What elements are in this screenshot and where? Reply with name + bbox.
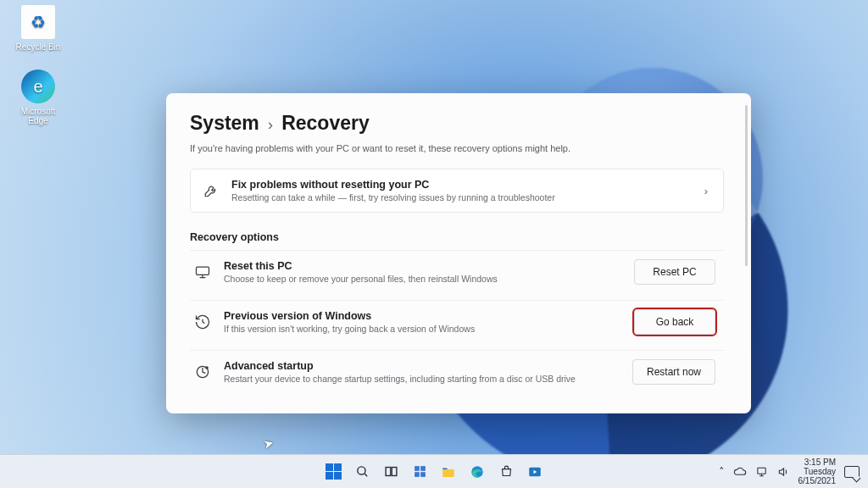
cursor-icon: ➤ — [261, 435, 275, 452]
previous-version-row: Previous version of Windows If this vers… — [190, 300, 724, 343]
row-subtitle: Restart your device to change startup se… — [224, 374, 576, 384]
scrollbar[interactable] — [745, 105, 748, 266]
svg-rect-7 — [420, 466, 426, 471]
chevron-right-icon: › — [268, 115, 273, 134]
restart-now-button[interactable]: Restart now — [632, 359, 715, 385]
clock-button[interactable]: 3:15 PM Tuesday 6/15/2021 — [798, 458, 837, 485]
row-title: Reset this PC — [224, 260, 498, 272]
recovery-options-heading: Recovery options — [190, 231, 724, 243]
svg-rect-0 — [197, 267, 209, 274]
recycle-bin-icon: ♻ — [21, 5, 55, 39]
task-view-button[interactable] — [379, 460, 403, 484]
advanced-startup-row: Advanced startup Restart your device to … — [190, 350, 724, 393]
svg-point-2 — [205, 366, 209, 369]
svg-rect-12 — [757, 468, 765, 474]
media-app-button[interactable] — [523, 460, 547, 484]
row-subtitle: If this version isn't working, try going… — [224, 324, 475, 334]
breadcrumb-parent[interactable]: System — [190, 112, 259, 135]
windows-logo-icon — [326, 463, 342, 480]
store-button[interactable] — [494, 460, 518, 484]
start-button[interactable] — [321, 460, 345, 484]
store-icon — [499, 464, 514, 479]
microsoft-edge-desktop-icon[interactable]: e Microsoft Edge — [10, 69, 66, 125]
tray-date: 6/15/2021 — [798, 476, 837, 485]
widgets-button[interactable] — [408, 460, 431, 484]
settings-recovery-window: System › Recovery If you're having probl… — [166, 93, 751, 413]
edge-icon: e — [21, 69, 55, 103]
tray-time: 3:15 PM — [798, 458, 837, 467]
breadcrumb: System › Recovery — [190, 112, 749, 135]
breadcrumb-current: Recovery — [281, 112, 370, 135]
history-icon — [193, 313, 212, 331]
taskbar-center-icons — [321, 460, 547, 484]
search-icon — [355, 464, 370, 479]
fix-problems-card[interactable]: Fix problems without resetting your PC R… — [190, 169, 724, 213]
taskbar: ˄ 3:15 PM Tuesday 6/15/2021 — [0, 454, 868, 488]
card-subtitle: Resetting can take a while — first, try … — [231, 192, 555, 202]
reset-this-pc-row: Reset this PC Choose to keep or remove y… — [190, 250, 724, 293]
tray-overflow-button[interactable]: ˄ — [719, 465, 725, 478]
svg-rect-8 — [415, 472, 420, 477]
svg-rect-9 — [420, 472, 426, 477]
file-explorer-button[interactable] — [437, 460, 460, 484]
svg-point-3 — [357, 467, 364, 474]
row-subtitle: Choose to keep or remove your personal f… — [224, 274, 498, 284]
card-title: Fix problems without resetting your PC — [231, 179, 555, 191]
reset-pc-button[interactable]: Reset PC — [634, 259, 715, 285]
edge-icon — [470, 464, 485, 480]
edge-taskbar-button[interactable] — [465, 460, 489, 484]
volume-icon[interactable] — [776, 466, 790, 478]
row-title: Advanced startup — [224, 360, 576, 372]
task-view-icon — [384, 464, 398, 479]
widgets-icon — [413, 464, 427, 479]
advanced-startup-icon — [193, 363, 212, 381]
row-title: Previous version of Windows — [224, 310, 475, 322]
recovery-intro-text: If you're having problems with your PC o… — [190, 143, 749, 153]
chevron-right-icon: › — [704, 185, 711, 197]
onedrive-icon[interactable] — [733, 467, 747, 477]
search-button[interactable] — [350, 460, 374, 484]
svg-rect-6 — [415, 466, 420, 471]
desktop-icon-label: Recycle Bin — [10, 42, 66, 52]
system-tray: ˄ 3:15 PM Tuesday 6/15/2021 — [719, 458, 860, 485]
svg-rect-4 — [386, 468, 391, 476]
go-back-button[interactable]: Go back — [634, 309, 715, 335]
folder-icon — [441, 464, 456, 480]
svg-rect-5 — [392, 468, 397, 476]
wrench-icon — [203, 182, 220, 199]
tray-day: Tuesday — [798, 467, 837, 476]
notifications-button[interactable] — [844, 466, 860, 478]
play-icon — [527, 464, 542, 480]
network-icon[interactable] — [755, 466, 768, 478]
reset-pc-icon — [193, 263, 212, 281]
recycle-bin-desktop-icon[interactable]: ♻ Recycle Bin — [10, 5, 66, 52]
desktop-icon-label: Microsoft Edge — [10, 107, 66, 125]
